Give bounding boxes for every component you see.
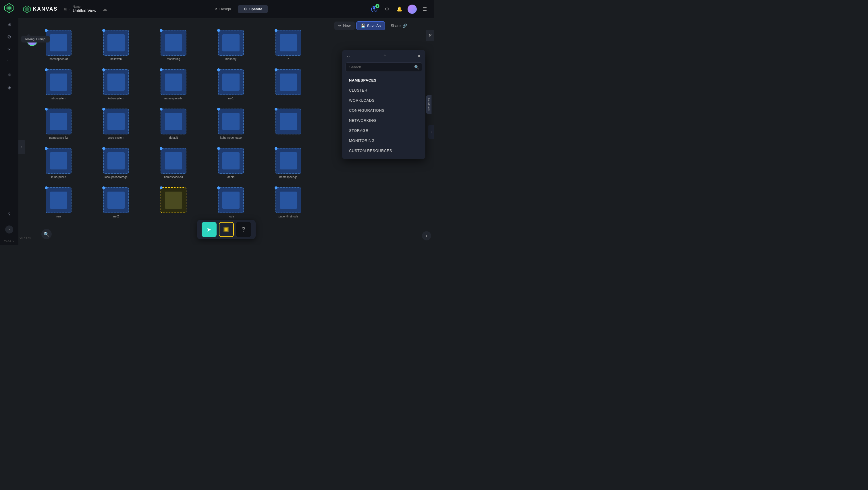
list-item[interactable] xyxy=(266,69,311,100)
breadcrumb-separator: / xyxy=(69,7,71,11)
user-presence-icon[interactable]: 3 xyxy=(370,5,379,14)
settings-button[interactable]: ⚙ xyxy=(382,5,392,14)
dropdown-panel: ··· ⌃ ✕ 🔍 NAMESPACES CLUSTER WORKLOADS C… xyxy=(342,50,425,159)
svg-rect-9 xyxy=(225,228,227,231)
list-item[interactable]: new xyxy=(36,187,82,218)
new-icon: ✏ xyxy=(338,24,342,28)
canvas-version: v0.7.170 xyxy=(20,237,30,240)
topbar-tabs: ↺ Design ⚙ Operate xyxy=(107,5,370,13)
zoom-controls: 🔍 xyxy=(41,229,52,239)
list-item[interactable]: monitoring xyxy=(151,30,196,61)
dropdown-item-custom-resources[interactable]: CUSTOM RESOURCES xyxy=(342,146,425,156)
list-item[interactable]: patientfirstnode xyxy=(266,187,311,218)
sidebar-expand-button[interactable]: › xyxy=(5,225,13,234)
namespace-grid: namespace-of helloweb monitoring meshery… xyxy=(36,30,311,218)
kanvas-logo-text: KANVAS xyxy=(33,6,58,12)
sidebar-item-cube[interactable]: ◈ xyxy=(5,83,14,92)
help-icon[interactable]: ? xyxy=(5,210,14,219)
zoom-in-button[interactable]: 🔍 xyxy=(41,229,52,239)
sidebar-item-scissors[interactable]: ✂ xyxy=(5,45,14,54)
new-button[interactable]: ✏ New xyxy=(334,22,355,30)
list-item[interactable]: ns-2 xyxy=(93,187,139,218)
list-item[interactable]: istio-system xyxy=(36,69,82,100)
list-item[interactable]: namespace-of xyxy=(36,30,82,61)
list-item[interactable]: namespace-br xyxy=(151,69,196,100)
expand-right-button[interactable]: › xyxy=(422,231,431,240)
breadcrumb-grid-icon[interactable]: ⊞ xyxy=(64,7,67,11)
tab-design[interactable]: ↺ Design xyxy=(209,5,237,13)
presence-badge: 3 xyxy=(375,4,379,8)
dropdown-item-storage[interactable]: STORAGE xyxy=(342,125,425,135)
dropdown-close-button[interactable]: ✕ xyxy=(417,54,421,59)
list-item[interactable]: namespace-sd xyxy=(151,148,196,179)
bottom-right-area: › xyxy=(422,231,431,240)
dropdown-more-button[interactable]: ··· xyxy=(347,54,352,59)
topbar-right: 3 ⚙ 🔔 ☰ xyxy=(370,5,429,14)
version-label: v0.7.170 xyxy=(4,239,14,242)
sidebar-item-settings[interactable]: ⚙ xyxy=(5,32,14,41)
save-as-button[interactable]: 💾 Save As xyxy=(356,21,385,30)
right-panel-collapse[interactable]: ‹ xyxy=(428,125,434,139)
list-item[interactable]: local-path-storage xyxy=(93,148,139,179)
y-icon: Y xyxy=(426,30,434,41)
logo-area: KANVAS ⊞ / Name Untitled View ☁ xyxy=(23,5,107,13)
list-item[interactable]: default xyxy=(151,109,196,139)
canvas-area: Talking: Pranjal namespace-of helloweb m… xyxy=(19,19,434,245)
dropdown-search: 🔍 xyxy=(345,62,422,72)
cloud-icon[interactable]: ☁ xyxy=(102,6,107,12)
avatar[interactable] xyxy=(408,5,417,14)
talking-tooltip: Talking: Pranjal xyxy=(21,36,50,42)
list-item[interactable]: kube-node-lease xyxy=(208,109,254,139)
list-item[interactable]: namespace-jh xyxy=(266,148,311,179)
list-item[interactable]: cnpg-system xyxy=(93,109,139,139)
list-item[interactable]: kube-system xyxy=(93,69,139,100)
toolbar-layers[interactable] xyxy=(219,222,234,237)
list-item[interactable]: helloweb xyxy=(93,30,139,61)
list-item[interactable]: meshery xyxy=(208,30,254,61)
list-item[interactable]: namespace-fw xyxy=(36,109,82,139)
menu-button[interactable]: ☰ xyxy=(420,5,429,14)
feedback-tab[interactable]: Feedback xyxy=(426,95,432,114)
sidebar-item-dashboard[interactable]: ⊞ xyxy=(5,20,14,29)
expand-left-button[interactable]: › xyxy=(19,140,25,154)
list-item[interactable]: b xyxy=(266,30,311,61)
dropdown-collapse-button[interactable]: ⌃ xyxy=(383,54,386,59)
list-item[interactable] xyxy=(151,187,196,218)
dropdown-item-namespaces[interactable]: NAMESPACES xyxy=(342,75,425,85)
name-label: Name xyxy=(73,5,96,8)
view-title[interactable]: Untitled View xyxy=(73,8,96,13)
notifications-button[interactable]: 🔔 xyxy=(395,5,404,14)
sidebar-item-curve[interactable]: ⌒ xyxy=(5,57,14,67)
list-item[interactable]: node xyxy=(208,187,254,218)
search-icon: 🔍 xyxy=(414,65,419,69)
list-item[interactable]: aabid xyxy=(208,148,254,179)
save-icon: 💾 xyxy=(361,24,365,28)
share-button[interactable]: Share 🔗 xyxy=(386,22,411,30)
breadcrumb: ⊞ / Name Untitled View xyxy=(64,5,96,13)
sidebar: ⊞ ⚙ ✂ ⌒ ⚛ ◈ ? › v0.7.170 xyxy=(0,0,19,245)
dropdown-header: ··· ⌃ ✕ xyxy=(342,50,425,62)
list-item[interactable]: ns-1 xyxy=(208,69,254,100)
title-area: Name Untitled View xyxy=(73,5,96,13)
dropdown-item-cluster[interactable]: CLUSTER xyxy=(342,85,425,95)
action-row: ✏ New 💾 Save As Share 🔗 xyxy=(334,21,411,30)
sidebar-item-atom[interactable]: ⚛ xyxy=(5,70,14,79)
dropdown-item-monitoring[interactable]: MONITORING xyxy=(342,135,425,146)
dropdown-item-networking[interactable]: NETWORKING xyxy=(342,116,425,125)
tab-operate[interactable]: ⚙ Operate xyxy=(238,5,268,13)
list-item[interactable] xyxy=(266,109,311,139)
layers-button[interactable] xyxy=(219,222,234,237)
list-item[interactable]: kube-public xyxy=(36,148,82,179)
svg-point-6 xyxy=(373,7,375,9)
kanvas-logo[interactable]: KANVAS xyxy=(23,5,58,13)
help-button[interactable]: ? xyxy=(236,222,251,237)
canvas-toolbar: ➤ ? xyxy=(197,220,256,239)
dropdown-item-configurations[interactable]: CONFIGURATIONS xyxy=(342,105,425,116)
search-input[interactable] xyxy=(345,62,422,72)
pointer-button[interactable]: ➤ xyxy=(202,222,217,237)
toolbar-help[interactable]: ? xyxy=(236,222,251,237)
share-link-icon: 🔗 xyxy=(402,24,407,28)
dropdown-item-workloads[interactable]: WORKLOADS xyxy=(342,95,425,105)
sidebar-logo xyxy=(4,3,14,13)
toolbar-pointer[interactable]: ➤ xyxy=(202,222,217,237)
